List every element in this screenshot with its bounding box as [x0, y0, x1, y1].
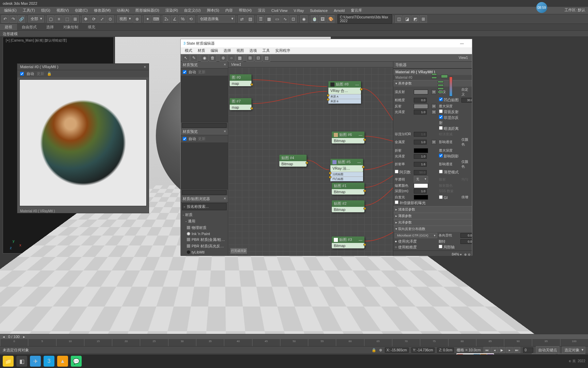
slate-layout-children-button[interactable]: ⊟ [255, 54, 262, 62]
rotation-spinner[interactable]: 0.0 [460, 239, 472, 244]
slate-move-children-button[interactable]: ⊕ [219, 54, 227, 62]
select-button[interactable]: ▢ [47, 15, 54, 23]
tree-pbr-spec[interactable]: PBR 材质(高光反… [181, 243, 228, 249]
material-preview-titlebar[interactable]: Material #0 ( VRayMtl ) × [17, 64, 149, 70]
menu-script[interactable]: 脚本(S) [204, 7, 222, 14]
z-coord-input[interactable]: Z: 0.0cm [437, 348, 454, 353]
undo-button[interactable]: ↶ [1, 15, 9, 23]
refcoord-dropdown[interactable]: 视图 [117, 15, 133, 22]
update-button[interactable]: 更新 [37, 71, 44, 76]
menu-tools[interactable]: 工具(T) [20, 7, 38, 14]
play-button[interactable]: ▶ [499, 347, 505, 353]
redo-button[interactable]: ↷ [10, 15, 17, 23]
menu-edit[interactable]: 编辑(E) [1, 7, 19, 14]
menu-group[interactable]: 组(G) [38, 7, 53, 14]
taskbar-app-3-icon[interactable]: ▲ [57, 356, 68, 367]
spinner-snap-button[interactable]: ⟲ [187, 15, 195, 23]
render-button[interactable]: 🎨 [327, 15, 334, 23]
close-icon[interactable]: × [224, 62, 226, 67]
named-selset-dropdown[interactable]: 创建选择集 [198, 15, 235, 22]
taskbar-wechat-icon[interactable]: 💬 [71, 356, 82, 367]
affect-shadow-checkbox[interactable] [439, 154, 443, 157]
next-frame-button[interactable]: ▸ [506, 347, 513, 353]
depth-spinner[interactable]: 1.0 [414, 189, 427, 194]
menu-render[interactable]: 渲染(R) [163, 7, 181, 14]
window-crossing-button[interactable]: ⊞ [71, 15, 79, 23]
minimize-icon[interactable]: — [460, 41, 464, 45]
keyboard-shortcut-button[interactable]: ⌨ [152, 15, 160, 23]
localaxis-checkbox[interactable] [439, 245, 442, 248]
slate-select-tool[interactable]: ↖ [182, 54, 190, 62]
selection-filter-dropdown[interactable]: 全部 [28, 15, 44, 22]
node-map-8[interactable]: 贴图 #8— VRay 合… 来源 A 来源 B [328, 81, 361, 104]
zoom-display[interactable]: 84% [452, 252, 459, 256]
menu-substance[interactable]: Substance [307, 8, 330, 13]
keymode-dropdown[interactable]: 选定对象 [562, 347, 585, 354]
fresnel-ior-spinner[interactable]: 1.6 [414, 132, 427, 137]
goto-start-button[interactable]: ⏮ [484, 347, 490, 353]
material-editor-button[interactable]: ◉ [300, 15, 308, 23]
aniso-spinner[interactable]: 0.0 [460, 233, 472, 238]
node-canvas[interactable]: 图 #0 map 图 #7 map 贴图 #8— VRay 合… 来源 A 来源… [228, 67, 393, 256]
select-rect-button[interactable]: ⬚ [63, 15, 71, 23]
metalness-map-button[interactable]: M [431, 140, 436, 144]
slate-menu-edit[interactable]: 编辑 [208, 47, 221, 54]
goto-end-button[interactable]: ⏭ [513, 347, 520, 353]
layer-button[interactable]: ☰ [257, 15, 264, 23]
slate-material-editor-window[interactable]: 3 Slate 材质编辑器 — 模式 材质 编辑 选择 视图 选项 工具 实用程… [180, 39, 472, 256]
preview-panel-header[interactable]: 材质预览× [181, 62, 228, 68]
snap-angle-button[interactable]: ∠ [171, 15, 178, 23]
absolute-mode-icon[interactable]: ⊕ [379, 348, 382, 352]
node-map-7[interactable]: 图 #7 map [230, 98, 251, 110]
prev-frame-button[interactable]: ◂ [491, 347, 498, 353]
ribbon-tab-selection[interactable]: 选择 [42, 24, 59, 30]
select-rotate-button[interactable]: ⟳ [90, 15, 98, 23]
taskbar-app-1-icon[interactable]: ◧ [16, 356, 27, 367]
rollout-brdf[interactable]: 双向反射分布函数 [393, 226, 472, 232]
time-ruler[interactable]: 0 5 10 15 20 25 30 35 40 45 50 55 60 65 … [0, 339, 588, 347]
refract-gloss-spinner[interactable]: 1.0 [414, 154, 427, 159]
preview-update-button[interactable]: 更新 [198, 70, 206, 75]
preview-dropdown-1[interactable] [182, 123, 227, 128]
select-scale-button[interactable]: ⤢ [98, 15, 106, 23]
view-tab[interactable]: View1 [228, 62, 393, 67]
preview-update-button-2[interactable]: 更新 [198, 136, 206, 141]
project-path[interactable]: C:\Users\T\Documents\3ds Max 2022 [338, 14, 392, 24]
rollout-gloss[interactable]: 光泽参数 [393, 219, 472, 226]
menu-animation[interactable]: 动画(A) [114, 7, 132, 14]
compensate-checkbox[interactable] [395, 200, 398, 204]
rollout-basic[interactable]: 基本参数 [393, 80, 472, 87]
slate-menu-mode[interactable]: 模式 [182, 47, 195, 54]
scene-explorer-button[interactable]: ▦ [265, 15, 273, 23]
menu-help[interactable]: 帮助(H) [236, 7, 254, 14]
tree-tylibmtl[interactable]: tyLibMtl [181, 249, 228, 255]
tree-physical[interactable]: 物理材质 [181, 225, 228, 231]
extra-tool-3[interactable]: ◩ [411, 15, 419, 23]
bump-checkbox[interactable] [439, 97, 443, 101]
slate-delete-button[interactable]: 🗑 [209, 54, 216, 62]
workspace-selector[interactable]: 工作区: 默认 [565, 7, 585, 13]
snap-2-button[interactable]: 2₅ [163, 15, 170, 23]
slate-pick-tool[interactable]: ✎ [190, 54, 198, 62]
taskbar-tray[interactable]: ⊕ 英 2022 [569, 359, 585, 364]
time-slider[interactable]: ◂ 0 / 100 ▸ [0, 334, 588, 339]
ribbon-tab-freeform[interactable]: 自由形式 [17, 24, 42, 30]
taskbar-explorer-icon[interactable]: 📁 [3, 356, 14, 367]
slate-menu-utilities[interactable]: 实用程序 [273, 47, 293, 54]
link-button[interactable]: 🔗 [18, 15, 25, 23]
node-map-0[interactable]: 图 #0 map [230, 74, 251, 86]
current-frame-input[interactable]: 0 [523, 348, 533, 353]
schematic-button[interactable]: ⊡ [290, 15, 297, 23]
ior-spinner[interactable]: 1.6 [414, 162, 427, 167]
navigator-minimap[interactable] [393, 68, 472, 69]
tree-materials[interactable]: - 材质 [181, 212, 228, 218]
select-move-button[interactable]: ✥ [82, 15, 89, 23]
slate-material-editor-button[interactable]: ▤ [263, 54, 270, 62]
tree-pbr-metal[interactable]: PBR 材质(金属/粗… [181, 236, 228, 243]
close-icon[interactable]: × [144, 65, 146, 69]
mirror-button[interactable]: ⇄ [238, 15, 246, 23]
menu-graph[interactable]: 图形编辑器(D) [133, 7, 162, 14]
align-button[interactable]: ▤ [246, 15, 254, 23]
autokey-button[interactable]: 自动关键点 [536, 346, 559, 354]
thinwall-checkbox[interactable] [439, 170, 443, 173]
